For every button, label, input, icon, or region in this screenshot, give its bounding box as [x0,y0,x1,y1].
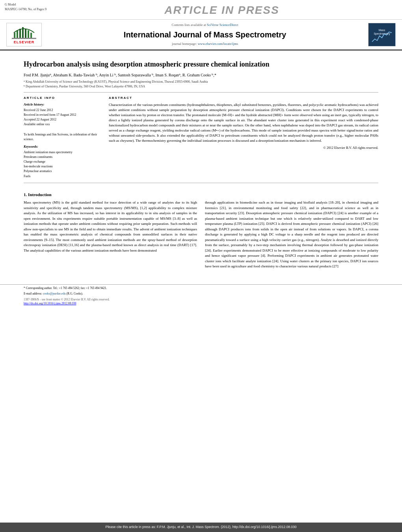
keyword-2: Petroleum constituents [24,155,102,159]
divider-mid [24,183,378,183]
email-suffix: (R.G. Cooks). [66,292,83,295]
keyword-3: Charge exchange [24,159,102,164]
article-title: Hydrocarbon analysis using desorption at… [24,60,378,69]
gmodel-info: G Model MASPEC-14790; No. of Pages 9 [5,2,47,12]
doi-link[interactable]: http://dx.doi.org/10.1016/j.ijms.2012.08… [24,302,76,305]
article-in-press-banner: ARTICLE IN PRESS [47,2,397,18]
svg-rect-4 [25,29,26,38]
keywords-label: Keywords: [24,145,102,149]
maspec-label: MASPEC-14790; No. of Pages 9 [5,7,47,12]
journal-center: Contents lists available at SciVerse Sci… [48,23,362,46]
svg-rect-1 [17,30,18,38]
svg-rect-6 [30,33,32,38]
elsevier-name-label: ELSEVIER [14,40,35,45]
bottom-bar: Please cite this article in press as: F.… [0,523,402,532]
article-info-col: ARTICLE INFO Article history: Received 2… [24,96,102,179]
issn-text: 1387-3806/$ – see front matter © 2012 El… [24,298,110,301]
authors: Fred P.M. Jjunjuᵃ, Abraham K. Badu-Tawia… [24,72,378,78]
keyword-1: Ambient ionization mass spectrometry [24,150,102,154]
page: G Model MASPEC-14790; No. of Pages 9 ART… [0,0,402,532]
footnote-area: * Corresponding author. Tel.: +1 765 494… [0,284,402,296]
svg-rect-7 [12,38,36,39]
sciverse-text: Contents lists available at SciVerse Sci… [48,23,362,28]
svg-rect-5 [28,30,29,38]
article-info-abstract: ARTICLE INFO Article history: Received 2… [0,96,402,179]
elsevier-tree-icon [12,25,36,39]
received-revised-date: Received in revised form 17 August 2012 [24,113,102,117]
journal-homepage: journal homepage: www.elsevier.com/locat… [48,42,362,46]
journal-header: ELSEVIER Contents lists available at Sci… [0,20,402,50]
journal-logo-right: Mass Spectrometry [368,23,396,46]
top-bar: G Model MASPEC-14790; No. of Pages 9 ART… [0,0,402,20]
elsevier-logo: ELSEVIER [6,23,42,46]
author-list: Fred P.M. Jjunjuᵃ, Abraham K. Badu-Tawia… [24,73,216,77]
intro-section-title: 1. Introduction [24,192,378,198]
homepage-link[interactable]: www.elsevier.com/locate/ijms [198,42,238,46]
affil-a: ᵃ King Abdullah University of Science an… [24,80,378,84]
sciverse-prefix: Contents lists available at [172,23,207,27]
gmodel-label: G Model [5,2,47,7]
sciverse-link[interactable]: SciVerse ScienceDirect [207,23,238,27]
affil-b: ᵇ Department of Chemistry, Purdue Univer… [24,84,378,89]
received-date: Received 22 June 2012 [24,108,102,112]
keyword-6: Fuels [24,174,102,178]
intro-col1: Mass spectrometry (MS) is the gold stand… [24,200,197,269]
abstract-text: Characterization of the various petroleu… [109,102,378,143]
email-prefix: E-mail address: [24,292,43,295]
bottom-bar-text: Please cite this article in press as: F.… [105,525,296,529]
intro-columns: Mass spectrometry (MS) is the gold stand… [24,200,378,269]
abstract-header: ABSTRACT [109,96,378,100]
svg-rect-0 [14,33,15,38]
svg-text:Mass: Mass [379,29,385,32]
available-online: Available online xxx [24,122,102,126]
article-area: Hydrocarbon analysis using desorption at… [0,50,402,92]
affiliations: ᵃ King Abdullah University of Science an… [24,80,378,89]
issn-line: 1387-3806/$ – see front matter © 2012 El… [0,298,402,306]
body-area: 1. Introduction Mass spectrometry (MS) i… [0,187,402,269]
dedication-text: To keith Jennings and Jim Scrivens, in c… [24,132,102,141]
svg-rect-2 [19,29,21,38]
intro-col2-text: through applications in biomedicine such… [205,200,378,269]
intro-col2: through applications in biomedicine such… [205,200,378,269]
email-link[interactable]: cooks@purdue.edu [43,292,66,295]
history-label: Article history: [24,102,102,107]
accepted-date: Accepted 22 August 2012 [24,117,102,122]
mass-spectrometry-logo-icon: Mass Spectrometry [370,24,394,46]
footnote-email: E-mail address: cooks@purdue.edu (R.G. C… [24,292,378,296]
intro-col1-text: Mass spectrometry (MS) is the gold stand… [24,200,197,253]
abstract-col: ABSTRACT Characterization of the various… [109,96,378,179]
journal-title: International Journal of Mass Spectromet… [48,29,362,40]
article-info-header: ARTICLE INFO [24,96,102,100]
keyword-4: Ion-molecule reactions [24,164,102,169]
keyword-5: Polynuclear aromatics [24,169,102,173]
copyright-text: © 2012 Elsevier B.V. All rights reserved… [109,146,378,150]
divider-top [24,92,378,93]
footnote-corresponding: * Corresponding author. Tel.: +1 765 494… [24,286,378,291]
